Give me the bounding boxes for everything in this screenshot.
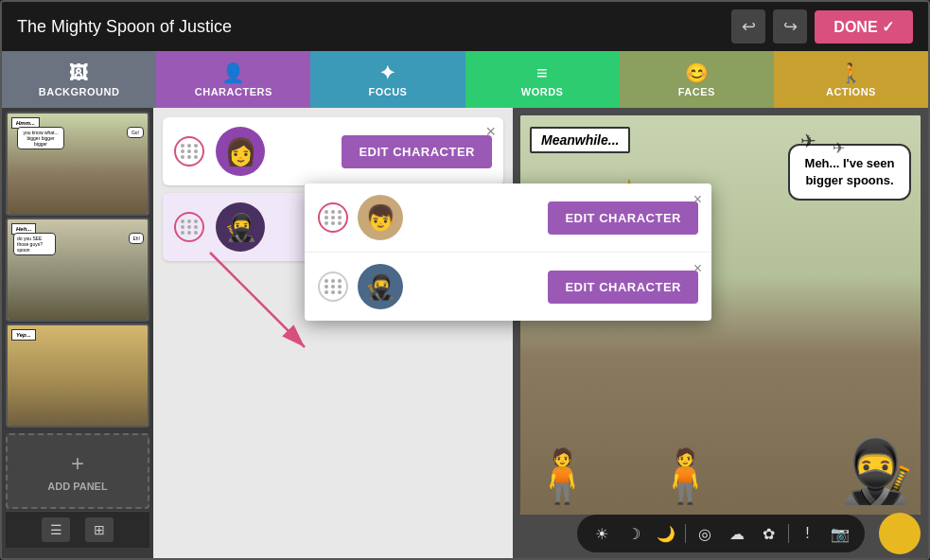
- tab-focus-label: FOCUS: [368, 86, 407, 97]
- grid-view-button[interactable]: ⊞: [85, 517, 114, 542]
- panel-thumb-1[interactable]: Hmm... you know what... bigger bigger bi…: [6, 112, 149, 216]
- tab-faces[interactable]: 😊 FACES: [620, 51, 774, 108]
- panel-sidebar: Hmm... you know what... bigger bigger bi…: [2, 108, 153, 558]
- focus-icon: ✦: [379, 61, 396, 84]
- tab-focus[interactable]: ✦ FOCUS: [310, 51, 465, 108]
- plane-2: ✈: [833, 139, 845, 157]
- popup-row-1: 👦 EDIT CHARACTER ×: [305, 184, 711, 253]
- popup-avatar-1: 👦: [358, 195, 403, 240]
- toolbar-swirl-button[interactable]: ✿: [756, 520, 782, 547]
- popup-avatar-2: 🥷: [358, 264, 403, 309]
- popup-avatar-emoji-2: 🥷: [365, 272, 395, 302]
- panel-thumb-2[interactable]: Heh... do you SEE those guys? spoon Eh!: [6, 218, 149, 322]
- characters-panel: 👩 EDIT CHARACTER × 🥷 EDIT CHARACTER: [153, 108, 513, 558]
- done-button[interactable]: DONE ✓: [815, 10, 913, 44]
- tab-background[interactable]: 🖼 BACKGROUND: [2, 51, 156, 108]
- undo-button[interactable]: ↩: [731, 9, 765, 44]
- character-avatar-1: 👩: [216, 127, 265, 176]
- popup-close-2[interactable]: ×: [693, 260, 702, 277]
- toolbar-divider-2: [788, 524, 789, 543]
- popup-close-1[interactable]: ×: [693, 191, 702, 208]
- header: The Mighty Spoon of Justice ↩ ↪ DONE ✓: [2, 2, 928, 51]
- popup-avatar-emoji-1: 👦: [365, 203, 395, 233]
- panel-comic-preview-1: Hmm... you know what... bigger bigger bi…: [8, 114, 148, 214]
- speech-bubble-right: Meh... I've seen bigger spoons.: [788, 144, 911, 201]
- tab-background-label: BACKGROUND: [39, 86, 120, 97]
- faces-icon: 😊: [685, 61, 710, 84]
- app-title: The Mighty Spoon of Justice: [17, 17, 232, 37]
- add-panel-icon: +: [71, 450, 84, 477]
- panel-comic-preview-3: Yep...: [8, 325, 148, 426]
- panel-thumb-3[interactable]: Yep...: [6, 324, 149, 428]
- toolbar-sun-button[interactable]: ☀: [588, 520, 615, 547]
- app-container: The Mighty Spoon of Justice ↩ ↪ DONE ✓ 🖼…: [0, 0, 930, 560]
- toolbar-crescent1-button[interactable]: ☽: [621, 520, 647, 547]
- main-area: Hmm... you know what... bigger bigger bi…: [2, 108, 928, 558]
- popup-drag-dots-2: [325, 279, 342, 294]
- avatar-emoji-2: 🥷: [224, 212, 257, 243]
- tab-bar: 🖼 BACKGROUND 👤 CHARACTERS ✦ FOCUS ≡ WORD…: [2, 51, 928, 108]
- popup-edit-button-1[interactable]: EDIT CHARACTER: [548, 201, 698, 235]
- tab-actions[interactable]: 🚶 ActioNs: [774, 51, 928, 108]
- list-view-button[interactable]: ☰: [42, 517, 70, 542]
- toolbar-crescent2-button[interactable]: 🌙: [653, 520, 679, 547]
- character-avatar-2: 🥷: [216, 202, 265, 252]
- add-panel-label: ADD PANEL: [47, 481, 107, 492]
- figure-hero-left: 🧍: [530, 446, 595, 507]
- tab-words-label: WORDS: [521, 86, 564, 97]
- edit-character-button-1[interactable]: EDIT CHARACTER: [342, 135, 492, 168]
- canvas-toolbar: ☀ ☽ 🌙 ◎ ☁ ✿ ! 📷: [577, 515, 865, 552]
- toolbar-circle-button[interactable]: ◎: [692, 520, 718, 547]
- toolbar-cloud-button[interactable]: ☁: [724, 520, 750, 547]
- tab-characters[interactable]: 👤 CHARACTERS: [156, 51, 310, 108]
- drag-handle-1[interactable]: [174, 136, 204, 166]
- bubble-right-text: Meh... I've seen bigger spoons.: [805, 156, 895, 187]
- toolbar-exclaim-button[interactable]: !: [795, 520, 821, 547]
- add-panel-button[interactable]: + ADD PANEL: [6, 433, 149, 509]
- character-item-1: 👩 EDIT CHARACTER ×: [163, 117, 503, 185]
- words-icon: ≡: [536, 62, 548, 84]
- popup-drag-handle-1[interactable]: [318, 202, 348, 233]
- header-actions: ↩ ↪ DONE ✓: [731, 9, 913, 44]
- tab-words[interactable]: ≡ WORDS: [465, 51, 620, 108]
- redo-button[interactable]: ↪: [773, 9, 807, 44]
- tab-actions-label: ActioNs: [826, 86, 876, 97]
- plane-1: ✈: [800, 130, 816, 152]
- popup-row-2: 🥷 EDIT CHARACTER ×: [305, 253, 711, 321]
- toolbar-camera-button[interactable]: 📷: [827, 520, 853, 547]
- actions-icon: 🚶: [839, 61, 864, 84]
- character-select-popup: 👦 EDIT CHARACTER × 🥷: [305, 184, 711, 321]
- drag-dots-2: [181, 219, 199, 235]
- figure-hero-mid: 🧍: [653, 446, 718, 507]
- canvas-area: Meanwhile... Hey! Do you SEE that spoon!…: [513, 108, 928, 558]
- svg-line-0: [210, 253, 305, 347]
- background-icon: 🖼: [69, 62, 89, 84]
- tab-faces-label: FACES: [678, 86, 715, 97]
- drag-dots-1: [181, 144, 199, 159]
- characters-icon: 👤: [221, 61, 246, 84]
- figure-villain-right: 🥷: [839, 435, 916, 507]
- popup-drag-handle-2[interactable]: [318, 271, 348, 302]
- yellow-action-button[interactable]: [879, 513, 921, 554]
- popup-drag-dots-1: [325, 210, 342, 225]
- avatar-emoji-1: 👩: [224, 136, 257, 167]
- tab-characters-label: CHARACTERS: [195, 86, 272, 97]
- meanwhile-banner: Meanwhile...: [530, 127, 630, 153]
- drag-handle-2[interactable]: [174, 212, 204, 242]
- toolbar-divider-1: [685, 524, 686, 543]
- popup-edit-button-2[interactable]: EDIT CHARACTER: [548, 271, 698, 304]
- panel-comic-preview-2: Heh... do you SEE those guys? spoon Eh!: [8, 219, 148, 320]
- character-close-button-1[interactable]: ×: [485, 123, 496, 140]
- sidebar-view-toggle: ☰ ⊞: [6, 511, 149, 548]
